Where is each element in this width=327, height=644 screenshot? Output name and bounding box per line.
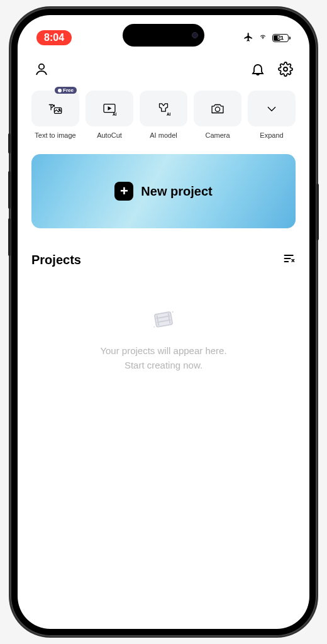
notifications-icon[interactable] <box>250 62 265 79</box>
svg-point-0 <box>39 64 44 69</box>
ai-model-icon: AI <box>155 101 172 117</box>
tool-label: Camera <box>194 131 241 139</box>
projects-empty-state: Your projects will appear here. Start cr… <box>31 305 296 372</box>
airplane-mode-icon <box>243 32 253 44</box>
svg-point-3 <box>58 109 60 110</box>
svg-point-16 <box>172 311 174 313</box>
tool-label: AutoCut <box>86 131 133 139</box>
svg-point-17 <box>153 326 155 328</box>
camera-icon <box>209 101 226 117</box>
tool-camera[interactable]: Camera <box>194 91 241 139</box>
wifi-icon <box>257 32 269 43</box>
tool-grid: Free Text to image <box>31 91 296 139</box>
phone-frame: 8:04 51 <box>10 8 317 636</box>
tool-autocut[interactable]: AI AutoCut <box>86 91 133 139</box>
status-icons: 51 <box>243 32 291 44</box>
projects-header: Projects <box>31 252 296 267</box>
tool-text-to-image[interactable]: Free Text to image <box>31 91 79 139</box>
new-project-button[interactable]: + New project <box>31 154 296 228</box>
sort-edit-icon[interactable] <box>283 252 296 267</box>
tool-label: Text to image <box>31 131 79 139</box>
svg-point-1 <box>284 67 287 71</box>
svg-text:AI: AI <box>167 111 171 116</box>
tool-label: Expand <box>248 131 296 139</box>
battery-indicator: 51 <box>272 34 291 42</box>
tool-expand[interactable]: Expand <box>248 91 296 139</box>
text-to-image-icon <box>47 101 64 117</box>
settings-icon[interactable] <box>278 62 293 79</box>
film-clip-icon <box>31 305 296 333</box>
screen: 8:04 51 <box>18 15 309 629</box>
tool-label: AI model <box>140 131 187 139</box>
svg-point-7 <box>215 107 219 111</box>
profile-icon[interactable] <box>34 62 49 79</box>
tool-ai-model[interactable]: AI AI model <box>140 91 187 139</box>
free-badge: Free <box>55 87 77 94</box>
status-time-recording: 8:04 <box>36 30 72 45</box>
empty-text-line1: Your projects will appear here. <box>31 344 296 358</box>
empty-text-line2: Start creating now. <box>31 358 296 373</box>
top-bar <box>31 55 296 91</box>
projects-title: Projects <box>31 253 81 267</box>
plus-icon: + <box>114 182 133 201</box>
autocut-icon: AI <box>101 101 118 117</box>
chevron-down-icon <box>263 101 280 117</box>
svg-text:AI: AI <box>113 111 117 116</box>
dynamic-island <box>123 24 204 47</box>
new-project-label: New project <box>141 184 212 199</box>
